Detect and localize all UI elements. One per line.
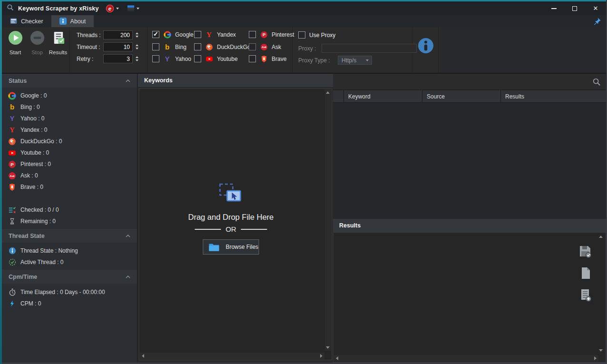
results-title: Results (339, 222, 361, 229)
scroll-left-arrow[interactable] (142, 354, 144, 358)
svg-text:e: e (108, 5, 111, 11)
proxy-type-value: Http/s (342, 57, 356, 64)
keywords-textarea[interactable]: Drag and Drop File Here OR Browse Files (139, 89, 332, 360)
status-label: Brave : 0 (20, 184, 43, 190)
timeout-input[interactable] (103, 42, 133, 51)
checkbox[interactable] (152, 31, 159, 38)
threads-stepper[interactable] (136, 32, 138, 38)
bing-icon: b (8, 103, 16, 111)
horizontal-scrollbar[interactable] (334, 355, 598, 362)
engine-yandex-checkbox[interactable]: Y Yandex (194, 30, 236, 39)
timeout-stepper[interactable] (136, 44, 138, 49)
tab-about[interactable]: About (51, 15, 94, 27)
table-col-source[interactable]: Source (422, 90, 501, 102)
browse-files-button[interactable]: Browse Files (203, 239, 259, 255)
info-icon[interactable] (418, 38, 434, 56)
status-section-header[interactable]: Status (2, 74, 137, 88)
status-bing: b Bing : 0 (2, 101, 137, 113)
status-checked: Checked : 0 / 0 (2, 204, 137, 216)
time-elapsed-row: Time Elapsed : 0 Days - 00:00:00 (2, 286, 137, 298)
engine-bing-checkbox[interactable]: b Bing (152, 43, 186, 51)
svg-text:Ask: Ask (261, 46, 267, 49)
table-col-results[interactable]: Results (501, 90, 606, 102)
horizontal-scrollbar[interactable] (140, 353, 324, 359)
checkbox[interactable] (152, 55, 159, 62)
drop-zone[interactable]: Drag and Drop File Here OR Browse Files (155, 183, 307, 255)
scroll-down-arrow[interactable] (326, 346, 330, 349)
language-flag-icon (127, 5, 135, 12)
search-bar[interactable] (333, 74, 606, 90)
close-button[interactable]: ✕ (585, 1, 606, 15)
thread-state-label: Thread State : Nothing (20, 247, 78, 254)
table-col-keyword[interactable]: Keyword (344, 90, 422, 102)
save-results-icon[interactable] (578, 244, 592, 260)
checked-list-icon (8, 206, 16, 214)
engine-brave-checkbox[interactable]: Brave (249, 55, 286, 63)
engine-youtube-checkbox[interactable]: Youtube (194, 55, 238, 63)
table-col-selector (333, 90, 344, 102)
vertical-scrollbar[interactable] (325, 89, 331, 351)
engine-google-checkbox[interactable]: Google (152, 30, 194, 39)
folder-icon (208, 243, 219, 252)
maximize-button[interactable] (564, 1, 585, 15)
results-panel-container: Keyword Source Results Results (333, 74, 606, 363)
scroll-right-arrow[interactable] (594, 356, 597, 360)
youtube-icon (205, 55, 213, 63)
scroll-left-arrow[interactable] (336, 356, 338, 360)
retry-stepper[interactable] (136, 56, 138, 61)
chevron-down-icon (366, 59, 369, 61)
scroll-down-arrow[interactable] (599, 349, 603, 352)
checkbox[interactable] (194, 55, 201, 62)
engine-yahoo-checkbox[interactable]: Y Yahoo (152, 55, 191, 63)
google-icon (8, 92, 16, 100)
checkbox[interactable] (249, 31, 256, 38)
cpm-time-items: Time Elapsed : 0 Days - 00:00:00 CPM : 0 (2, 284, 137, 311)
threads-input[interactable] (103, 30, 133, 39)
xrisky-logo-menu[interactable]: e (106, 4, 119, 13)
results-label: Results (47, 49, 69, 55)
use-proxy-checkbox[interactable]: Use Proxy (298, 31, 335, 39)
add-to-list-icon[interactable] (578, 288, 592, 304)
results-button[interactable]: Results (47, 30, 69, 55)
checkbox[interactable] (194, 31, 201, 38)
status-label: Yandex : 0 (20, 127, 47, 133)
cpm-time-section-header[interactable]: Cpm/Time (2, 270, 137, 284)
checkbox[interactable] (194, 43, 201, 50)
engine-duckduckgo-checkbox[interactable]: DuckDuckGo (194, 43, 251, 51)
engine-ask-checkbox[interactable]: Ask Ask (249, 43, 281, 51)
remaining-label: Remaining : 0 (20, 218, 56, 225)
window-frame-left (0, 0, 2, 364)
start-button[interactable]: Start (4, 30, 26, 55)
active-thread-label: Active Thread : 0 (20, 259, 64, 266)
yandex-icon: Y (205, 31, 213, 39)
yandex-icon: Y (8, 126, 16, 134)
threads-label: Threads : (77, 32, 101, 39)
cpm-label: CPM : 0 (20, 300, 41, 307)
engine-pinterest-checkbox[interactable]: P Pinterest (249, 30, 294, 39)
search-icon[interactable] (592, 78, 601, 86)
checkbox[interactable] (152, 43, 159, 50)
checkbox[interactable] (249, 55, 256, 62)
results-textarea[interactable] (333, 232, 606, 363)
thread-state-section-header[interactable]: Thread State (2, 229, 137, 243)
ask-icon: Ask (8, 172, 16, 180)
pin-icon[interactable] (593, 17, 601, 27)
retry-input[interactable] (103, 54, 133, 63)
proxy-type-select[interactable]: Http/s (338, 56, 372, 65)
proxy-input[interactable] (322, 44, 417, 53)
scroll-right-arrow[interactable] (320, 354, 323, 358)
copy-document-icon[interactable] (578, 266, 592, 282)
tab-checker[interactable]: Checker (2, 15, 51, 27)
thread-state-title: Thread State (9, 233, 45, 239)
keyword-scraper-window: Keyword Scraper by xRisky e ✕ Checker Ab… (0, 0, 607, 364)
info-circle-icon (8, 247, 16, 255)
scroll-up-arrow[interactable] (599, 236, 603, 238)
results-table-body[interactable] (333, 103, 606, 219)
checkbox[interactable] (298, 31, 305, 39)
tab-about-label: About (70, 18, 86, 25)
scroll-up-arrow[interactable] (326, 91, 330, 94)
minimize-button[interactable] (543, 1, 564, 15)
use-proxy-label: Use Proxy (309, 32, 335, 39)
language-menu[interactable] (127, 5, 139, 12)
checkbox[interactable] (249, 43, 256, 50)
